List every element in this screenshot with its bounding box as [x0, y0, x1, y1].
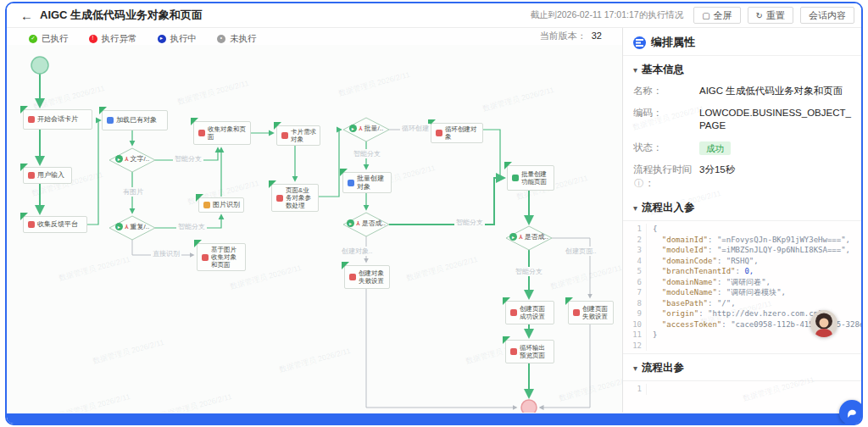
executed-flag-icon — [274, 122, 281, 130]
flow-node-12[interactable]: 创建对象失败设置 — [344, 265, 390, 289]
line-number: 9 — [623, 308, 647, 319]
section-io-params[interactable]: ▾ 流程出入参 — [623, 194, 861, 219]
caret-icon: ▾ — [633, 65, 637, 75]
code-line: 8 "basePath": "/", — [623, 298, 861, 309]
decision-label: 重复/.. — [131, 222, 150, 231]
line-number: 11 — [623, 330, 647, 341]
decision-label: 是否成.. — [525, 232, 548, 241]
executed-flag-icon — [194, 240, 202, 247]
assistant-avatar[interactable] — [810, 310, 837, 337]
field-value: AIGC 生成低代码业务对象和页面 — [699, 85, 843, 98]
flow-node-9[interactable]: 循环创建对象 — [431, 123, 483, 143]
decision-label: 是否成.. — [362, 219, 386, 228]
flow-node-4[interactable]: 收集对象和页面 — [193, 121, 251, 145]
field-value: 3分15秒 — [699, 164, 735, 190]
basic-info-row: 流程执行时间ⓘ：3分15秒 — [623, 159, 861, 194]
flow-decision-4[interactable]: ▸Y是否成.. — [504, 232, 554, 241]
reset-button[interactable]: ↻ 重置 — [748, 7, 793, 24]
flow-node-6[interactable]: 页面&业务对象参数处理 — [271, 184, 319, 212]
node-label: 用户输入 — [37, 171, 64, 180]
chat-fab[interactable] — [839, 400, 863, 425]
header-bar: ← AIGC 生成低代码业务对象和页面 截止到2026-02-11 17:01:… — [7, 3, 861, 28]
flow-decision-3[interactable]: ▸Y是否成.. — [341, 219, 392, 228]
flow-node-14[interactable]: 创建页面失败设置 — [568, 301, 614, 324]
node-type-icon — [573, 309, 580, 316]
code-line: 2 "domainId": "=nFovysQJn-BKp91jWY3eHw==… — [623, 235, 861, 246]
fullscreen-label: 全屏 — [714, 9, 732, 22]
properties-panel: 编排属性 ▾ 基本信息 名称：AIGC 生成低代码业务对象和页面编码：LOWCO… — [622, 28, 861, 413]
node-type-icon — [198, 130, 205, 136]
flow-decision-1[interactable]: ▸Y重复/.. — [107, 222, 158, 231]
edge-label: 智能分支 — [514, 267, 544, 276]
node-label: 页面&业务对象参数处理 — [286, 186, 314, 209]
version-value: 32 — [592, 30, 602, 41]
node-type-icon — [348, 180, 354, 186]
legend-item-3: •未执行 — [217, 33, 257, 45]
node-type-icon — [202, 254, 209, 261]
flow-node-8[interactable]: 基于图片收集对象和页面 — [197, 243, 246, 271]
basic-info-row: 编码：LOWCODE.BUSINESS_OBJECT_PAGE — [623, 103, 861, 137]
legend-item-label: 执行异常 — [102, 33, 137, 45]
executed-flag-icon — [340, 169, 348, 176]
edge-label: 循环创建 — [400, 124, 431, 133]
flow-node-11[interactable]: 批量创建功能页面 — [507, 165, 554, 191]
edge-label: 智能分支 — [173, 154, 203, 164]
node-label: 循环创建对象 — [445, 125, 479, 141]
edge-label: 直接识别 — [151, 249, 181, 258]
legend-item-label: 已执行 — [42, 33, 69, 45]
flow-node-13[interactable]: 创建页面成功设置 — [505, 301, 554, 324]
flow-decision-0[interactable]: ▸Y文字/.. — [107, 154, 158, 164]
section-out-params[interactable]: ▾ 流程出参 — [623, 354, 861, 379]
code-line: 5 "branchTenantId": 0, — [623, 266, 861, 277]
condition-go-icon: ▸ — [115, 223, 123, 230]
node-label: 循环输出预览页面 — [520, 344, 550, 359]
section-basic-info-title: 基本信息 — [642, 63, 684, 77]
flow-node-2[interactable]: 收集反馈平台 — [23, 216, 87, 233]
fullscreen-icon: ▢ — [702, 11, 709, 20]
section-basic-info[interactable]: ▾ 基本信息 — [623, 56, 861, 80]
current-version: 当前版本：32 — [540, 30, 602, 42]
node-type-icon — [349, 274, 356, 280]
line-number: 3 — [623, 245, 647, 256]
executed-flag-icon — [342, 262, 349, 269]
branch-fork-icon: Y — [125, 156, 129, 162]
legend-status-icon: ✓ — [29, 35, 37, 43]
executed-flag-icon — [99, 107, 107, 114]
version-label: 当前版本： — [540, 30, 587, 41]
flow-decision-2[interactable]: ▸Y批量/.. — [341, 124, 392, 133]
line-number: 10 — [623, 319, 647, 330]
field-label: 状态： — [633, 141, 699, 156]
node-type-icon — [512, 175, 519, 181]
code-line: 6 "domainName": "调研问卷", — [623, 277, 861, 288]
fullscreen-button[interactable]: ▢ 全屏 — [693, 7, 740, 24]
line-number: 2 — [623, 235, 647, 246]
session-content-button[interactable]: 会话内容 — [800, 7, 854, 24]
branch-fork-icon: Y — [356, 220, 360, 226]
legend-item-1: !执行异常 — [89, 33, 137, 45]
flow-node-1[interactable]: 用户输入 — [23, 167, 72, 184]
code-line: 12 — [623, 341, 861, 352]
flow-node-15[interactable]: 循环输出预览页面 — [505, 340, 554, 363]
line-number: 12 — [623, 341, 647, 352]
flow-node-10[interactable]: 批量创建对象 — [342, 172, 392, 193]
node-label: 收集对象和页面 — [208, 125, 247, 141]
flow-node-5[interactable]: 卡片需求对象 — [276, 125, 320, 146]
section-out-params-title: 流程出参 — [642, 361, 684, 375]
flow-node-7[interactable]: 图片识别 — [198, 197, 244, 213]
executed-flag-icon — [269, 180, 276, 188]
flow-node-3[interactable]: 加载已有对象 — [102, 110, 168, 130]
flow-node-0[interactable]: 开始会话卡片 — [23, 109, 92, 130]
decision-label: 文字/.. — [131, 154, 150, 164]
back-button[interactable]: ← — [20, 8, 33, 23]
status-badge: 成功 — [699, 141, 731, 156]
legend-status-icon: • — [217, 35, 225, 43]
node-label: 开始会话卡片 — [37, 115, 78, 124]
session-content-label: 会话内容 — [809, 9, 846, 22]
node-type-icon — [510, 309, 517, 316]
out-params-code: 1 — [623, 380, 861, 413]
code-line: 1{ — [623, 224, 861, 235]
field-label: 流程执行时间ⓘ： — [633, 164, 699, 190]
flow-canvas[interactable]: 数据管理员 2026/2/11数据管理员 2026/2/11数据管理员 2026… — [7, 45, 622, 413]
line-number: 4 — [623, 256, 647, 267]
reset-label: 重置 — [766, 9, 785, 22]
